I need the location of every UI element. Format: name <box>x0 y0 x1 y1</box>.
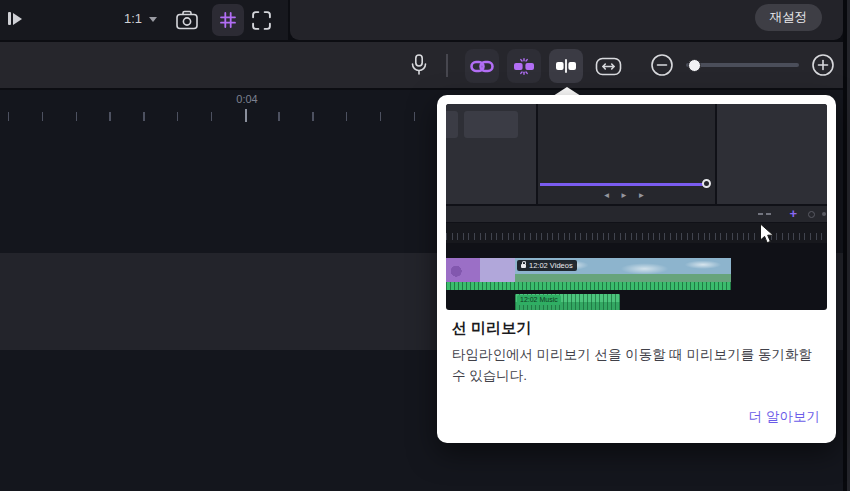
mini-sidebar-item <box>446 111 458 138</box>
zoom-in-button[interactable] <box>811 53 835 77</box>
grid-icon <box>219 11 237 29</box>
cursor-icon <box>759 223 775 245</box>
expand-panel-icon[interactable] <box>8 12 22 25</box>
mini-timeline-toolbar: + <box>446 206 827 222</box>
toolbar-divider <box>446 54 448 77</box>
link-icon <box>470 59 494 74</box>
mini-video-thumbnail <box>446 258 480 282</box>
preview-controls-bar: 1:1 <box>0 0 288 40</box>
timeline-zoom-slider[interactable] <box>686 63 799 67</box>
mini-circle-icon <box>808 211 815 218</box>
free-transform-icon <box>251 10 272 31</box>
mini-add-icon: + <box>789 206 797 222</box>
fit-timeline-button[interactable] <box>591 49 625 83</box>
mini-properties-panel <box>717 104 827 204</box>
mini-music-clip: 12:02 Music <box>515 294 620 310</box>
reset-button[interactable]: 재설정 <box>755 4 823 31</box>
zoom-out-icon <box>650 53 674 77</box>
mini-music-clip-badge: 12:02 Music <box>517 295 561 305</box>
lock-icon <box>521 264 526 268</box>
learn-more-link[interactable]: 더 알아보기 <box>749 408 820 426</box>
mini-seek-handle <box>702 179 711 188</box>
properties-panel-footer: 재설정 <box>290 0 843 40</box>
fit-width-icon <box>595 57 622 76</box>
free-transform-button[interactable] <box>248 7 274 33</box>
zoom-out-button[interactable] <box>650 53 674 77</box>
link-preview-toggle-button[interactable] <box>465 49 499 83</box>
mini-video-clip-badge: 12:02 Videos <box>517 260 577 271</box>
mic-icon <box>409 53 429 77</box>
tooltip-body: 타임라인에서 미리보기 선을 이동할 때 미리보기를 동기화할 수 있습니다. <box>452 344 824 386</box>
mini-video-track: 12:02 Videos <box>446 258 731 290</box>
preview-zoom-value: 1:1 <box>124 11 142 26</box>
mini-video-waveform <box>446 282 731 290</box>
video-editor-window: 1:1 <box>0 0 850 491</box>
preview-zoom-dropdown[interactable]: 1:1 <box>124 11 157 26</box>
mini-transport-controls: ◂ ▸ ▸ <box>538 189 715 200</box>
ruler-time-label: 0:04 <box>224 93 270 105</box>
camera-icon <box>175 9 199 31</box>
split-blocks-icon <box>513 58 535 75</box>
ruler-ticks <box>8 112 432 121</box>
mini-video-thumbnail <box>480 258 515 282</box>
zoom-in-icon <box>811 53 835 77</box>
snapshot-button[interactable] <box>174 7 200 33</box>
mini-seek-bar <box>540 183 707 186</box>
voiceover-button[interactable] <box>407 52 431 78</box>
zoom-slider-handle[interactable] <box>688 59 701 72</box>
chevron-down-icon <box>149 17 157 22</box>
grid-toggle-button[interactable] <box>212 4 244 36</box>
feature-preview-screenshot: ◂ ▸ ▸ + 12:02 Videos 1 <box>446 104 827 310</box>
tooltip-title: 선 미리보기 <box>452 319 531 338</box>
feature-tooltip-card: ◂ ▸ ▸ + 12:02 Videos 1 <box>437 95 836 443</box>
seek-line-icon <box>555 58 577 74</box>
mini-sidebar <box>446 104 536 204</box>
mini-dot-icon <box>822 212 826 216</box>
mini-dashes-icon <box>758 213 771 215</box>
mini-preview-player: ◂ ▸ ▸ <box>538 104 715 204</box>
mini-sidebar-item <box>464 111 518 138</box>
detach-preview-toggle-button[interactable] <box>507 49 541 83</box>
seek-line-toggle-button[interactable] <box>549 49 583 83</box>
ruler-major-tick <box>245 109 247 122</box>
